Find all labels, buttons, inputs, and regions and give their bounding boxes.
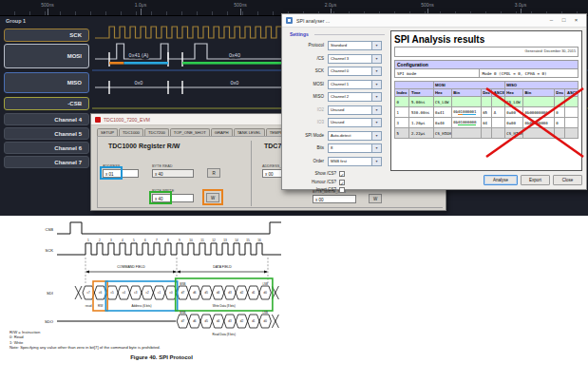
ruler-label: 500ns [421, 2, 434, 8]
bin-segment: 01000000 [458, 120, 476, 125]
setting-select-io2[interactable]: Unused▾ [328, 105, 382, 115]
table-row[interactable]: 1530.00ns0x410b0100000165A0x000b00000000… [395, 107, 579, 118]
clock-number: 8 [167, 239, 169, 242]
chevron-down-icon[interactable]: ▾ [371, 55, 381, 63]
selected-value: MSB first [331, 159, 347, 163]
setting-select-io3[interactable]: Unused▾ [328, 118, 382, 127]
chevron-down-icon[interactable]: ▾ [371, 42, 381, 49]
clock-number: 1 [87, 239, 89, 242]
channel-button-channel-6[interactable]: Channel 6 [4, 142, 89, 154]
ruler-label: 1.0μs [135, 2, 146, 8]
msb-label: MSB [180, 282, 185, 286]
data-field-label: DATA FIELD [213, 265, 232, 269]
arrowhead-icon [264, 271, 268, 274]
close-results-button[interactable]: Close [553, 175, 582, 185]
chevron-down-icon[interactable]: ▾ [371, 144, 381, 152]
results-pane: SPI Analysis results Generated: December… [390, 30, 582, 171]
clock-number: 9 [179, 239, 180, 242]
tab-top-one-shot[interactable]: TOP_ONE_SHOT [170, 128, 210, 136]
bit-label: d2 [240, 319, 244, 323]
bit-label: c2 [146, 291, 150, 295]
channel-group-label[interactable]: Group 1 [6, 18, 26, 24]
channel-button-miso[interactable]: MISO [4, 72, 89, 93]
ruler-label: 500ns [41, 2, 54, 8]
byte-write-7200-field[interactable]: x 00 [313, 195, 356, 203]
setting-select-protocol[interactable]: Standard▾ [328, 41, 382, 50]
selected-value: Channel 3 [331, 56, 349, 61]
export-button[interactable]: Export [521, 175, 550, 185]
bit-label: c0 [169, 291, 173, 295]
table-cell [565, 97, 579, 107]
channel-button-channel-5[interactable]: Channel 5 [4, 127, 89, 140]
selected-value: Channel 1 [331, 82, 349, 86]
rw-label: R/W [98, 304, 104, 308]
bin-segment: 000001 [463, 109, 476, 115]
ti-logo-icon [95, 117, 101, 123]
tab-tdc7200[interactable]: TDC7200 [144, 128, 169, 136]
setting-select-mosi[interactable]: Channel 1▾ [328, 80, 382, 89]
address-field-label: Address (6 bits) [131, 304, 151, 308]
chevron-down-icon[interactable]: ▾ [371, 132, 381, 140]
setting-select-sck[interactable]: Channel 0▾ [328, 67, 382, 76]
close-button[interactable]: × [570, 16, 582, 25]
tab-graph[interactable]: GRAPH [211, 128, 233, 136]
read-button[interactable]: R [207, 168, 220, 178]
maximize-button[interactable]: □ [558, 16, 570, 25]
clock-number: 13 [223, 239, 227, 242]
evm-window-title: TDC1000_7200_EVM [104, 117, 150, 123]
group-header-mosi: MOSI [433, 82, 504, 89]
bit-label: d7 [181, 291, 185, 295]
ruler-label: 2.0μs [325, 2, 336, 8]
arrowhead-icon [177, 271, 180, 274]
spi-window-title: SPI analyser ... [296, 18, 330, 24]
chevron-down-icon[interactable]: ▾ [371, 158, 381, 165]
checkbox-show-cs-[interactable]: ✓ [339, 171, 345, 177]
channel-button-channel-7[interactable]: Channel 7 [4, 156, 89, 168]
bit-label: c4 [123, 291, 126, 295]
minimize-button[interactable]: – [545, 16, 558, 25]
chevron-down-icon[interactable]: ▾ [371, 81, 381, 88]
column-header: Bin [451, 89, 481, 97]
byte-read-field[interactable]: x 40 [152, 169, 194, 178]
bit-label: d6 [193, 319, 197, 323]
chevron-down-icon[interactable]: ▾ [371, 93, 381, 101]
table-cell [554, 128, 565, 139]
selected-value: Channel 0 [331, 68, 349, 73]
checkbox-honour-cs-[interactable]: ✓ [339, 180, 345, 185]
write-7200-button[interactable]: W [369, 194, 382, 203]
channel-button-sck[interactable]: SCK [4, 29, 89, 42]
setting-select--cs[interactable]: Channel 3▾ [328, 54, 382, 64]
setting-select-spi-mode[interactable]: Auto-detect▾ [328, 131, 382, 141]
setting-select-bits[interactable]: 8▾ [328, 143, 382, 153]
channel-button-channel-4[interactable]: Channel 4 [4, 113, 89, 125]
sck-trace [57, 243, 281, 255]
table-cell: 0x00 [504, 107, 522, 118]
column-header: Time [409, 89, 433, 97]
checkbox-invert-cs-[interactable] [339, 187, 345, 193]
checkbox-label-invert-cs-: Invert CS? [284, 187, 336, 192]
table-cell [492, 128, 505, 139]
setting-select-miso[interactable]: Channel 2▾ [328, 92, 382, 102]
signal-label-csb: CSB [45, 227, 53, 232]
chevron-down-icon[interactable]: ▾ [371, 119, 381, 126]
tab-tank-level[interactable]: TANK LEVEL [234, 128, 265, 136]
table-row[interactable]: 52.22μsCS_HIGHCS_HIGH [395, 128, 579, 139]
channel-button--csb[interactable]: -CSB [4, 97, 89, 110]
table-cell: 0b01000001 [451, 107, 481, 118]
checkbox-label-honour-cs-: Honour /CS? [284, 180, 336, 184]
table-row[interactable]: 05.00nsCS_LOWCS_LOW [395, 97, 579, 107]
analyse-button[interactable]: Analyse [484, 175, 518, 185]
tab-setup[interactable]: SETUP [97, 128, 118, 136]
byte-write-highlight-box [149, 191, 172, 204]
chevron-down-icon[interactable]: ▾ [371, 106, 381, 114]
selected-value: Standard [331, 43, 347, 48]
spi-titlebar[interactable]: SPI analyser ... – □ × [282, 14, 586, 28]
column-header: ASCII [565, 89, 579, 97]
screen: 500ns1.0μs500ns2.0μs500ns3.0μs Group 1 S… [0, 0, 588, 382]
table-cell: 0x41 [433, 107, 451, 118]
channel-button-mosi[interactable]: MOSI [4, 44, 89, 68]
chevron-down-icon[interactable]: ▾ [371, 67, 381, 75]
setting-select-order[interactable]: MSB first▾ [328, 157, 382, 166]
tab-tdc1000[interactable]: TDC1000 [119, 128, 143, 136]
table-row[interactable]: 31.20μs0x400b01000000640x000b000000000 [395, 118, 579, 128]
